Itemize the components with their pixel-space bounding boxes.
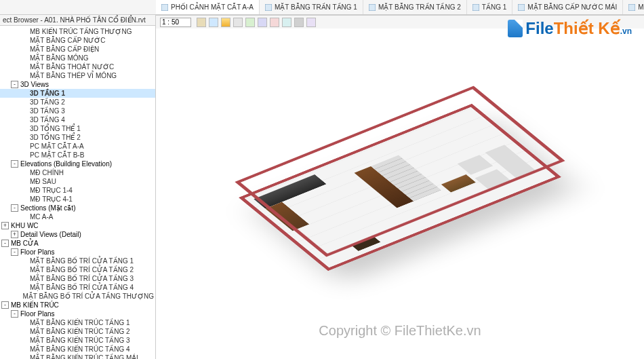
view-canvas[interactable] — [156, 15, 644, 359]
tree-section-header[interactable]: +Detail Views (Detail) — [0, 230, 155, 239]
tree-item[interactable]: MẶT BẰNG KIẾN TRÚC TẦNG 4 — [0, 345, 155, 354]
tree-item[interactable]: MẶT BẰNG BỐ TRÍ CỬA TẦNG 3 — [0, 274, 155, 283]
tree-item-label: Elevations (Building Elevation) — [20, 160, 112, 168]
project-browser-tree[interactable]: MB KIẾN TRÚC TẦNG THƯỢNGMẶT BẰNG CẤP NƯỚ… — [0, 26, 155, 359]
tree-section-header[interactable]: -MB KIẾN TRÚC — [0, 301, 155, 309]
sofa — [485, 145, 536, 178]
tree-item-label: MẶT BẰNG CẤP NƯỚC — [30, 37, 105, 44]
wood-partition — [355, 166, 414, 208]
svg-rect-1 — [265, 4, 272, 11]
tree-item-label: MẶT BẰNG THOÁT NƯỚC — [30, 63, 114, 71]
tree-item-label: MĐ TRỤC 4-1 — [30, 195, 73, 203]
tree-item-label: MẶT BẰNG KIẾN TRÚC TẦNG 3 — [30, 337, 130, 344]
tree-item[interactable]: MẶT BẰNG BỐ TRÍ CỬA TẦNG 4 — [0, 283, 155, 292]
tree-item-label: MẶT BẰNG MÓNG — [30, 54, 89, 62]
tree-item[interactable]: MĐ TRỤC 1-4 — [0, 186, 155, 195]
tree-item-label: MẶT BẰNG BỐ TRÍ CỬA TẦNG 4 — [30, 284, 134, 291]
tree-item-label: MẶT BẰNG THÉP VỈ MÓNG — [30, 72, 117, 79]
tree-item-label: PC MẶT CẮT B-B — [30, 151, 84, 159]
tree-item-label: MẶT BẰNG BỐ TRÍ CỬA TẦNG 1 — [30, 257, 134, 265]
tree-item[interactable]: MẶT BẰNG BỐ TRÍ CỬA TẦNG 2 — [0, 265, 155, 274]
tree-item-label: Sections (Mặt cắt) — [20, 204, 75, 212]
view-tab[interactable]: MẶT B — [623, 0, 644, 14]
tree-item-label: 3D TẦNG 3 — [30, 107, 65, 115]
tree-item-label: MĐ CHÍNH — [30, 169, 64, 176]
view-tab[interactable]: MẶT BẰNG TRẦN TẦNG 1 — [260, 0, 363, 14]
model-3d-placeholder — [210, 79, 590, 296]
tree-item-label: MẶT BẰNG BỐ TRÍ CỬA TẦNG 2 — [30, 266, 134, 273]
tree-item-label: 3D Views — [20, 81, 49, 88]
tree-section-header[interactable]: -Floor Plans — [0, 309, 155, 318]
view-tab[interactable]: TẦNG 1 — [467, 0, 512, 14]
collapse-icon[interactable]: - — [11, 248, 18, 256]
collapse-icon[interactable]: - — [1, 240, 9, 247]
kitchen-counter — [254, 174, 326, 208]
view-tab-label: MẶT BẰNG TRẦN TẦNG 1 — [275, 3, 357, 11]
collapse-icon[interactable]: - — [11, 81, 18, 88]
view-tab[interactable]: MẶT BẰNG TRẦN TẦNG 2 — [363, 0, 467, 14]
tree-item[interactable]: MẶT BẰNG KIẾN TRÚC TẦNG MÁI — [0, 354, 155, 359]
tree-item[interactable]: MẶT BẰNG CẤP ĐIỆN — [0, 45, 155, 54]
tree-item[interactable]: MĐ SAU — [0, 177, 155, 186]
tree-item[interactable]: MẶT BẰNG KIẾN TRÚC TẦNG 2 — [0, 327, 155, 336]
tree-item-label: MẶT BẰNG KIẾN TRÚC TẦNG 1 — [30, 319, 130, 326]
viewport-3d[interactable]: FileThiết Kế.vn Copyright © FileThietKe.… — [156, 15, 644, 359]
tree-section-header[interactable]: -Floor Plans — [0, 248, 155, 257]
tree-item-label: PC MẶT CẮT A-A — [30, 143, 84, 150]
tree-item-label: MB CỬA — [11, 240, 39, 247]
tree-item-label: Floor Plans — [20, 248, 55, 256]
coffee-table — [441, 174, 476, 193]
svg-rect-0 — [161, 4, 168, 11]
view-tab[interactable]: PHỐI CẢNH MẶT CẮT A-A — [156, 0, 260, 14]
svg-rect-3 — [472, 4, 479, 11]
tree-item[interactable]: 3D TẦNG 2 — [0, 98, 155, 107]
expand-icon[interactable]: + — [11, 231, 18, 238]
tree-item-label: KHU WC — [11, 222, 39, 229]
tree-item[interactable]: 3D TẦNG 3 — [0, 107, 155, 115]
collapse-icon[interactable]: - — [11, 310, 18, 318]
tree-item[interactable]: MB KIẾN TRÚC TẦNG THƯỢNG — [0, 27, 155, 36]
tree-item[interactable]: PC MẶT CẮT B-B — [0, 151, 155, 159]
tree-item[interactable]: MẶT BẰNG THÉP VỈ MÓNG — [0, 71, 155, 80]
collapse-icon[interactable]: - — [11, 160, 18, 168]
tree-item-label: 3D TỔNG THỂ 2 — [30, 134, 81, 141]
tree-item[interactable]: 3D TỔNG THỂ 1 — [0, 124, 155, 133]
tree-item-label: Detail Views (Detail) — [20, 231, 81, 238]
tree-item[interactable]: 3D TẦNG 4 — [0, 115, 155, 124]
tree-section-header[interactable]: -3D Views — [0, 80, 155, 89]
collapse-icon[interactable]: - — [11, 204, 18, 212]
view-tab-label: MẶT BẰNG TRẦN TẦNG 2 — [378, 3, 461, 11]
tree-section-header[interactable]: -MB CỬA — [0, 239, 155, 248]
app-root: PHỐI CẢNH MẶT CẮT A-AMẶT BẰNG TRẦN TẦNG … — [0, 0, 644, 359]
tree-section-header[interactable]: +KHU WC — [0, 221, 155, 230]
tree-item[interactable]: MẶT BẰNG KIẾN TRÚC TẦNG 3 — [0, 336, 155, 345]
view-tab-icon — [518, 4, 525, 11]
tree-item-label: MẶT BẰNG BỐ TRÍ CỬA TẦNG 3 — [30, 275, 134, 282]
tree-item[interactable]: PC MẶT CẮT A-A — [0, 142, 155, 151]
tree-item[interactable]: MẶT BẰNG THOÁT NƯỚC — [0, 62, 155, 71]
tree-item[interactable]: MẶT BẰNG KIẾN TRÚC TẦNG 1 — [0, 318, 155, 327]
tree-item[interactable]: MẶT BẰNG CẤP NƯỚC — [0, 36, 155, 45]
tree-item[interactable]: MẶT BẰNG BỐ TRÍ CỬA TẦNG THƯỢNG — [0, 292, 155, 301]
tree-item[interactable]: MĐ CHÍNH — [0, 168, 155, 177]
tree-item-label: MẶT BẰNG KIẾN TRÚC TẦNG 2 — [30, 328, 130, 335]
view-tab[interactable]: MẶT BẰNG CẤP NƯỚC MÁI — [512, 0, 623, 14]
tree-item[interactable]: MẶT BẰNG BỐ TRÍ CỬA TẦNG 1 — [0, 257, 155, 265]
tree-item[interactable]: 3D TẦNG 1 — [0, 89, 155, 98]
view-tab-label: MẶT B — [638, 3, 644, 11]
view-tab-icon — [161, 4, 168, 11]
tree-item[interactable]: MC A-A — [0, 212, 155, 221]
tree-section-header[interactable]: -Elevations (Building Elevation) — [0, 159, 155, 168]
tree-item-label: MĐ TRỤC 1-4 — [30, 187, 73, 194]
armchair-2 — [458, 155, 494, 175]
tree-section-header[interactable]: -Sections (Mặt cắt) — [0, 204, 155, 212]
floor-slab — [239, 103, 561, 270]
tree-item[interactable]: MĐ TRỤC 4-1 — [0, 195, 155, 204]
expand-icon[interactable]: + — [1, 222, 9, 229]
view-tab-icon — [369, 4, 376, 11]
collapse-icon[interactable]: - — [1, 301, 9, 309]
tree-item[interactable]: MẶT BẰNG MÓNG — [0, 54, 155, 62]
tree-item-label: 3D TẦNG 4 — [30, 116, 65, 124]
tree-item[interactable]: 3D TỔNG THỂ 2 — [0, 133, 155, 142]
svg-rect-5 — [628, 4, 635, 11]
